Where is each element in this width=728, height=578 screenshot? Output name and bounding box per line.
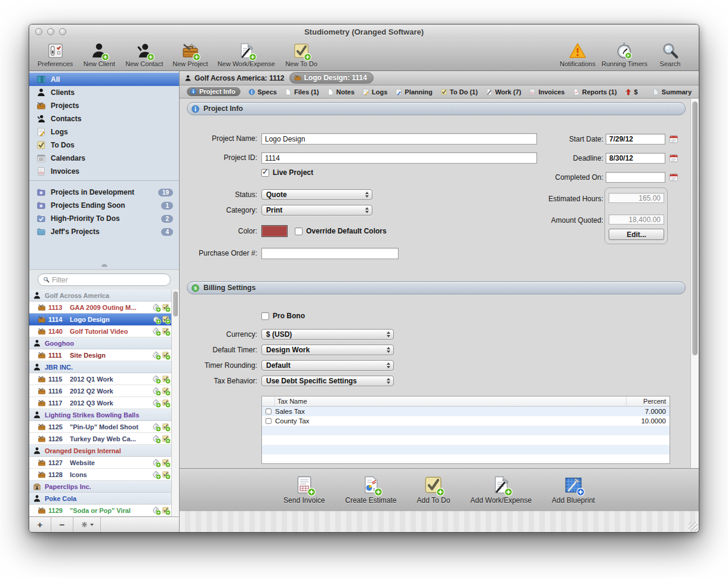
project-row-1113[interactable]: 1113GAA 2009 Outing M... [29, 302, 171, 313]
tax-enabled-checkbox[interactable] [266, 408, 272, 414]
project-row-1126[interactable]: 1126Turkey Day Web Ca... [29, 433, 171, 445]
tab-$[interactable]: $ [625, 88, 638, 96]
add-todo-icon[interactable] [162, 435, 169, 442]
tab-files-1[interactable]: Files (1) [285, 88, 319, 96]
title-bar[interactable]: Studiometry (Oranged Software) [29, 24, 699, 39]
project-list-scrollbar[interactable] [171, 290, 179, 516]
project-row-1117[interactable]: 11172012 Q3 Work [29, 397, 171, 409]
create-estimate-button[interactable]: Create Estimate [345, 475, 396, 505]
tab-summary[interactable]: Summary [652, 88, 692, 96]
tab-to-do-1[interactable]: To Do (1) [440, 88, 478, 96]
project-row-1129[interactable]: 1129"Soda or Pop" Viral [29, 505, 171, 516]
calendar-icon[interactable] [669, 173, 678, 182]
client-group-header[interactable]: Paperclips Inc. [29, 481, 171, 493]
toolbar-new-work-expense-button[interactable]: New Work/Expense [218, 40, 275, 67]
start-timer-icon[interactable] [152, 459, 160, 466]
start-timer-icon[interactable] [152, 387, 160, 395]
billing-settings-section-header[interactable]: $ Billing Settings [187, 281, 686, 294]
project-row-1111[interactable]: 1111Site Design [29, 349, 171, 361]
start-timer-icon[interactable] [152, 423, 160, 431]
tab-planning[interactable]: Planning [395, 88, 432, 96]
add-todo-icon[interactable] [162, 351, 169, 359]
scrollbar-thumb[interactable] [173, 291, 178, 316]
add-todo-icon[interactable] [162, 327, 169, 335]
category-select[interactable]: Print [261, 205, 372, 216]
sidebar-group-high-priority-to-dos[interactable]: High-Priority To Dos2 [29, 212, 179, 225]
project-row-1140[interactable]: 1140Golf Tutorial Video [29, 325, 171, 337]
start-timer-icon[interactable] [152, 435, 160, 442]
start-timer-icon[interactable] [152, 375, 160, 383]
project-info-section-header[interactable]: Project Info [187, 102, 686, 115]
add-todo-icon[interactable] [162, 399, 169, 407]
add-todo-icon[interactable] [162, 459, 169, 466]
tab-invoices[interactable]: Invoices [529, 88, 564, 96]
remove-item-button[interactable]: − [51, 517, 73, 532]
toolbar-notifications-button[interactable]: Notifications [560, 40, 596, 67]
add-todo-icon[interactable] [162, 423, 169, 431]
tab-project-info[interactable]: Project Info [187, 87, 240, 96]
toolbar-new-contact-button[interactable]: New Contact [125, 40, 163, 67]
default-timer-select[interactable]: Design Work [261, 345, 394, 355]
tab-specs[interactable]: Specs [248, 88, 277, 96]
toolbar-new-client-button[interactable]: New Client [82, 40, 116, 67]
tax-row-county-tax[interactable]: County Tax10.0000 [262, 416, 670, 426]
tax-enabled-checkbox[interactable] [266, 418, 272, 424]
start-timer-icon[interactable] [152, 315, 160, 323]
live-project-checkbox[interactable] [261, 169, 269, 177]
tab-work-7[interactable]: Work (7) [486, 88, 522, 96]
tab-logs[interactable]: Logs [362, 88, 387, 96]
purchase-order-input[interactable] [261, 248, 399, 259]
add-item-button[interactable]: + [29, 517, 51, 532]
add-work-expense-button[interactable]: Add Work/Expense [470, 475, 532, 505]
sidebar-group-projects-in-development[interactable]: Projects in Development19 [29, 186, 179, 199]
add-todo-icon[interactable] [162, 387, 169, 395]
project-row-1125[interactable]: 1125"Pin-Up" Model Shoot [29, 421, 171, 433]
send-invoice-button[interactable]: Send Invoice [283, 475, 325, 505]
scrollbar-thumb[interactable] [692, 102, 698, 355]
minimize-window-button[interactable] [47, 28, 54, 35]
start-date-input[interactable]: 7/29/12 [606, 134, 665, 144]
completed-on-input[interactable] [606, 172, 665, 183]
start-timer-icon[interactable] [152, 303, 160, 311]
sidebar-item-all[interactable]: All [29, 73, 179, 86]
tax-behavior-select[interactable]: Use Debt Specific Settings [261, 376, 394, 386]
add-blueprint-button[interactable]: Add Blueprint [552, 475, 595, 505]
tax-table-header[interactable]: Tax Name Percent [262, 396, 670, 407]
tax-row-sales-tax[interactable]: Sales Tax7.0000 [262, 407, 670, 416]
percent-column-header[interactable]: Percent [627, 398, 670, 405]
filter-field[interactable] [38, 273, 171, 286]
project-color-swatch[interactable] [261, 225, 288, 237]
sidebar-item-projects[interactable]: Projects [29, 99, 179, 112]
add-todo-icon[interactable] [162, 303, 169, 311]
tax-name-column-header[interactable]: Tax Name [275, 396, 627, 406]
start-timer-icon[interactable] [152, 506, 160, 514]
client-group-header[interactable]: Lighting Strikes Bowling Balls [29, 409, 171, 421]
start-timer-icon[interactable] [152, 471, 160, 478]
pro-bono-checkbox[interactable] [261, 312, 269, 320]
start-timer-icon[interactable] [152, 399, 160, 407]
start-timer-icon[interactable] [152, 351, 160, 359]
override-colors-checkbox[interactable] [295, 227, 303, 235]
sidebar-item-logs[interactable]: Logs [29, 125, 179, 139]
breadcrumb-client[interactable]: Golf Across America: 1112 [184, 74, 285, 82]
tab-notes[interactable]: Notes [327, 88, 355, 96]
toolbar-new-to-do-button[interactable]: New To Do [285, 40, 318, 67]
sidebar-group-projects-ending-soon[interactable]: Projects Ending Soon1 [29, 199, 179, 212]
add-todo-icon[interactable] [162, 375, 169, 383]
calendar-icon[interactable] [669, 134, 678, 144]
timer-rounding-select[interactable]: Default [261, 360, 394, 371]
sidebar-item-invoices[interactable]: Invoices [29, 165, 179, 178]
toolbar-new-project-button[interactable]: New Project [172, 40, 208, 67]
content-scrollbar[interactable] [690, 99, 699, 468]
add-to-do-button[interactable]: Add To Do [417, 475, 451, 505]
project-row-1114[interactable]: 1114Logo Design [29, 313, 171, 325]
sidebar-item-to-dos[interactable]: To Dos [29, 139, 179, 152]
client-group-header[interactable]: JBR INC. [29, 361, 171, 373]
resize-grip[interactable] [689, 522, 698, 531]
filter-input[interactable] [52, 276, 165, 284]
client-group-header[interactable]: Oranged Design Internal [29, 445, 171, 457]
add-todo-icon[interactable] [162, 315, 169, 323]
breadcrumb-project-pill[interactable]: Logo Design: 1114 [289, 72, 374, 84]
pane-splitter-handle[interactable] [101, 264, 107, 267]
project-row-1127[interactable]: 1127Website [29, 457, 171, 469]
